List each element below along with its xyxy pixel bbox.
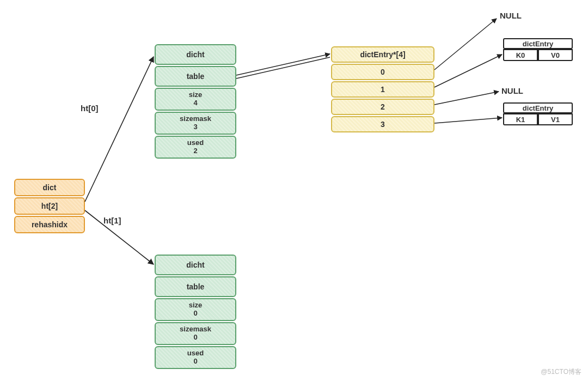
ht1-sizemask-label: sizemask bbox=[180, 325, 211, 334]
arrow-table-to-bucket-a bbox=[236, 54, 330, 75]
entry0-value-cell: V0 bbox=[538, 49, 573, 61]
bucket-slot-2-label: 2 bbox=[381, 102, 385, 111]
bucket-slot-1: 1 bbox=[331, 81, 434, 98]
ht0-table-label: table bbox=[187, 72, 205, 81]
ht1-title-cell: dicht bbox=[155, 255, 236, 275]
bucket-slot-1-label: 1 bbox=[381, 85, 385, 94]
ht0-size-value: 4 bbox=[193, 99, 197, 107]
ht1-size-label: size bbox=[189, 301, 203, 310]
arrow-slot3-entry1 bbox=[434, 118, 502, 123]
dict-header: dict bbox=[14, 179, 85, 196]
entry1-value-label: V1 bbox=[551, 116, 560, 124]
arrow-slot2-null bbox=[434, 92, 499, 105]
watermark: @51CTO博客 bbox=[541, 367, 581, 377]
null-label-a: NULL bbox=[500, 11, 522, 20]
ht1-size-cell: size 0 bbox=[155, 298, 236, 321]
bucket-slot-2: 2 bbox=[331, 99, 434, 115]
entry0-header: dictEntry bbox=[503, 38, 573, 49]
dict-rehashidx-label: rehashidx bbox=[32, 220, 68, 229]
ht0-sizemask-value: 3 bbox=[193, 123, 197, 131]
ht0-title-label: dicht bbox=[186, 50, 204, 59]
entry0-header-label: dictEntry bbox=[523, 40, 553, 48]
ht1-sizemask-value: 0 bbox=[193, 334, 197, 342]
ht0-used-cell: used 2 bbox=[155, 136, 236, 159]
bucket-header-cell: dictEntry*[4] bbox=[331, 46, 434, 63]
edge-ht0-label: ht[0] bbox=[81, 104, 99, 113]
ht1-table-cell: table bbox=[155, 276, 236, 297]
arrow-table-to-bucket-b bbox=[236, 57, 330, 78]
bucket-header-label: dictEntry*[4] bbox=[360, 50, 405, 59]
entry1-value-cell: V1 bbox=[538, 113, 573, 125]
entry0-key-label: K0 bbox=[516, 51, 525, 59]
entry0-value-label: V0 bbox=[551, 51, 560, 59]
ht0-sizemask-cell: sizemask 3 bbox=[155, 112, 236, 135]
ht1-used-cell: used 0 bbox=[155, 346, 236, 369]
bucket-slot-3-label: 3 bbox=[381, 120, 385, 129]
diagram-canvas: dict ht[2] rehashidx ht[0] ht[1] dicht t… bbox=[0, 0, 588, 381]
ht1-sizemask-cell: sizemask 0 bbox=[155, 322, 236, 345]
ht1-title-label: dicht bbox=[186, 261, 204, 269]
ht1-used-label: used bbox=[187, 349, 204, 358]
entry1-key-label: K1 bbox=[516, 116, 525, 124]
bucket-slot-0-label: 0 bbox=[381, 68, 385, 76]
dict-rehashidx-cell: rehashidx bbox=[14, 216, 85, 233]
arrow-dict-to-ht0 bbox=[85, 57, 154, 202]
dict-ht-cell: ht[2] bbox=[14, 197, 85, 215]
ht1-size-value: 0 bbox=[193, 310, 197, 318]
arrow-slot0-null bbox=[434, 19, 497, 70]
ht1-table-label: table bbox=[187, 282, 205, 291]
ht0-size-cell: size 4 bbox=[155, 88, 236, 111]
entry1-key-cell: K1 bbox=[503, 113, 538, 125]
null-label-b: NULL bbox=[501, 86, 523, 95]
entry1-header: dictEntry bbox=[503, 102, 573, 113]
ht0-title-cell: dicht bbox=[155, 44, 236, 65]
ht1-used-value: 0 bbox=[193, 358, 197, 366]
bucket-slot-3: 3 bbox=[331, 116, 434, 132]
entry0-key-cell: K0 bbox=[503, 49, 538, 61]
ht0-sizemask-label: sizemask bbox=[180, 115, 211, 123]
ht0-size-label: size bbox=[189, 91, 203, 99]
arrow-slot1-entry0 bbox=[434, 55, 502, 87]
dict-header-label: dict bbox=[43, 183, 57, 192]
bucket-slot-0: 0 bbox=[331, 64, 434, 80]
edge-ht1-label: ht[1] bbox=[103, 216, 121, 225]
ht0-table-cell: table bbox=[155, 66, 236, 87]
arrows-layer bbox=[0, 0, 588, 381]
ht0-used-value: 2 bbox=[193, 147, 197, 155]
ht0-used-label: used bbox=[187, 139, 204, 147]
entry1-header-label: dictEntry bbox=[523, 104, 553, 112]
dict-ht-label: ht[2] bbox=[41, 202, 58, 210]
